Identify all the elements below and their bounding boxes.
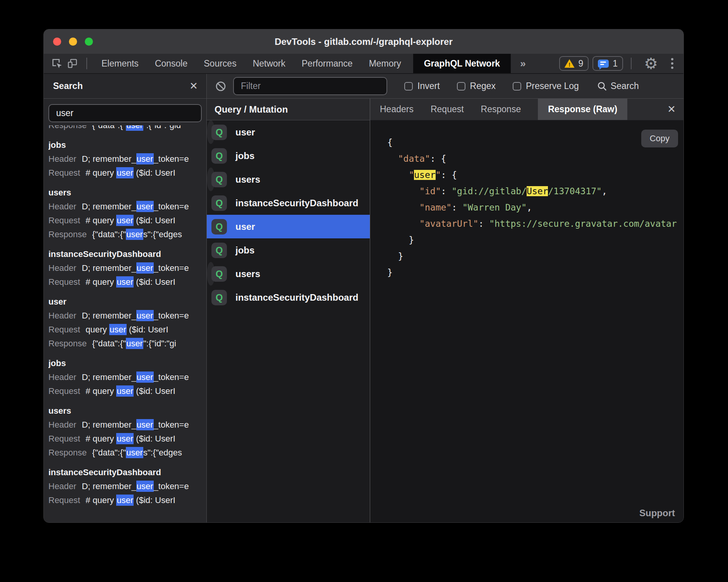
result-group-title[interactable]: user [48,295,202,309]
query-list-item-instancesecuritydashboard[interactable]: QinstanceSecurityDashboard [207,286,370,309]
detail-tabs: HeadersRequestResponseResponse (Raw) ✕ [370,99,683,120]
code-indent [387,154,398,164]
search-result-row[interactable]: Request# query user ($id: UserI [48,166,202,180]
search-result-row[interactable]: HeaderD; remember_user_token=e [48,309,202,323]
match-highlight: user [136,481,154,492]
warnings-badge[interactable]: ! 9 [559,56,589,71]
result-field-label: Request [48,168,80,178]
search-result-row[interactable]: Requestquery user ($id: UserI [48,323,202,337]
query-item-label: instanceSecurityDashboard [235,292,358,303]
code-token: : [452,202,462,212]
match-highlight: user [116,433,134,444]
code-token: : [478,219,489,229]
search-result-row[interactable]: Request# query user ($id: UserI [48,384,202,398]
code-token: } [387,267,393,277]
query-list-item-user[interactable]: Quser [207,120,215,144]
copy-button[interactable]: Copy [641,130,678,147]
search-result-row[interactable]: HeaderD; remember_user_token=e [48,370,202,384]
match-highlight: user [126,338,143,349]
search-result-row[interactable]: HeaderD; remember_user_token=e [48,200,202,214]
regex-checkbox[interactable] [457,82,465,91]
query-mutation-panel: Query / Mutation QuserQjobsQusersQinstan… [207,99,370,522]
search-result-row[interactable]: HeaderD; remember_user_token=e [48,479,202,493]
result-group-title[interactable]: users [48,186,202,200]
tab-network[interactable]: Network [253,58,285,69]
query-list-item-users[interactable]: Qusers [207,168,215,191]
code-match-highlight: user [414,170,435,180]
result-field-value: D; remember_user_token=e [82,371,189,383]
code-token: , [602,186,607,196]
search-input[interactable] [48,104,202,122]
search-result-row[interactable]: Request# query user ($id: UserI [48,275,202,289]
result-text: ":{"id":"gid [143,125,181,130]
tab-console[interactable]: Console [155,58,187,69]
filter-input[interactable] [233,77,387,95]
search-result-row[interactable]: HeaderD; remember_user_token=e [48,418,202,432]
query-item-label: users [235,269,260,279]
result-field-value: # query user ($id: UserI [86,495,175,506]
result-text: ($id: UserI [134,434,175,443]
tab-performance[interactable]: Performance [302,58,353,69]
match-highlight: user [136,310,154,321]
tab-sources[interactable]: Sources [204,58,236,69]
search-result-row[interactable]: Response{"data":{"users":{"edges [48,228,202,241]
detail-panel: HeadersRequestResponseResponse (Raw) ✕ {… [370,99,683,522]
query-list-item-user[interactable]: Quser [207,215,370,238]
detail-tab-request[interactable]: Request [431,104,464,115]
search-result-row[interactable]: Response{"data":{"user":{"id":"gid [48,125,202,132]
tab-memory[interactable]: Memory [369,58,401,69]
result-field-value: # query user ($id: UserI [86,276,175,288]
result-field-value: {"data":{"users":{"edges [92,447,182,458]
query-list-item-jobs[interactable]: Qjobs [207,144,370,168]
code-line: } [387,232,683,248]
issues-badge[interactable]: 1 [592,56,623,71]
code-token: "id" [419,186,441,196]
result-group-title[interactable]: jobs [48,356,202,370]
query-list-item-jobs[interactable]: Qjobs [207,238,370,262]
detail-tab-response-raw[interactable]: Response (Raw) [538,99,627,120]
result-group-title[interactable]: instanceSecurityDashboard [48,466,202,479]
code-token: " [409,170,414,180]
search-result-row[interactable]: Response{"data":{"users":{"edges [48,446,202,460]
result-group-title[interactable]: users [48,404,202,418]
device-toolbar-icon[interactable] [66,57,79,70]
match-highlight: user [126,125,143,131]
toolbar-search[interactable]: Search [597,81,639,92]
detail-tab-headers[interactable]: Headers [380,104,414,115]
match-highlight: user [126,229,143,240]
result-field-value: {"data":{"user":{"id":"gi [92,338,176,349]
block-clear-icon[interactable] [214,80,227,93]
support-link[interactable]: Support [639,508,675,519]
result-group-title[interactable]: jobs [48,138,202,152]
search-result-row[interactable]: HeaderD; remember_user_token=e [48,152,202,166]
close-detail-icon[interactable]: ✕ [667,103,676,115]
settings-gear-icon[interactable]: ⚙ [644,57,658,70]
search-result-row[interactable]: HeaderD; remember_user_token=e [48,261,202,275]
tab-graphql-network[interactable]: GraphQL Network [413,54,511,73]
code-token: "gid://gitlab/ [452,186,527,196]
match-highlight: user [136,153,154,164]
preserve-log-label: Preserve Log [526,81,579,91]
result-text: _token=e [154,420,189,430]
preserve-log-checkbox[interactable] [513,82,521,91]
detail-tab-response[interactable]: Response [481,104,521,115]
more-options-icon[interactable] [670,56,675,70]
query-list-item-users[interactable]: Qusers [207,262,215,286]
result-field-label: Request [48,495,80,505]
code-token: "Warren Day" [462,202,527,212]
invert-checkbox[interactable] [404,82,413,91]
inspect-element-icon[interactable] [50,57,64,70]
more-tabs-chevron-icon[interactable]: » [520,58,525,70]
search-result-row[interactable]: Request# query user ($id: UserI [48,432,202,446]
query-list-item-instancesecuritydashboard[interactable]: QinstanceSecurityDashboard [207,191,370,215]
search-result-row[interactable]: Response{"data":{"user":{"id":"gi [48,337,202,351]
search-result-row[interactable]: Request# query user ($id: UserI [48,214,202,228]
search-result-row[interactable]: Request# query user ($id: UserI [48,493,202,507]
result-group-title[interactable]: instanceSecurityDashboard [48,247,202,261]
code-token: "avatarUrl" [419,219,478,229]
result-field-label: Response [48,229,87,239]
result-field-value: D; remember_user_token=e [82,419,189,430]
toolbar-divider [86,58,87,69]
close-search-icon[interactable]: ✕ [189,80,198,92]
tab-elements[interactable]: Elements [101,58,139,69]
